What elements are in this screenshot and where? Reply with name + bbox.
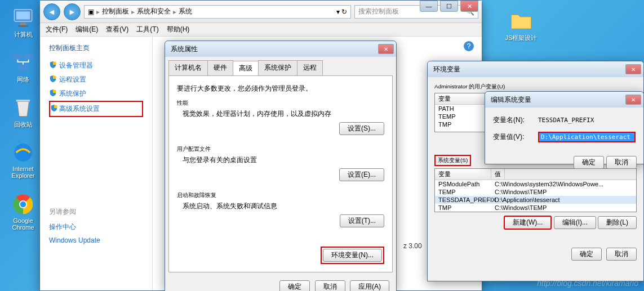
close-button[interactable]: ✕ <box>625 64 641 74</box>
desktop-label: 网络 <box>17 76 29 83</box>
ok-button[interactable]: 确定 <box>574 156 604 169</box>
shield-icon <box>49 89 57 97</box>
watermark: http://blog.csdn.net/kiramario <box>537 279 638 288</box>
ie-icon <box>11 141 35 164</box>
sidebar: 控制面板主页 设备管理器 远程设置 系统保护 高级系统设置 另请参阅 操作中心 … <box>40 37 153 290</box>
startup-settings-button[interactable]: 设置(T)... <box>340 214 384 227</box>
startup-heading: 启动和故障恢复 <box>177 191 384 199</box>
network-icon <box>11 51 35 74</box>
help-icon[interactable]: ? <box>464 41 474 51</box>
startup-desc: 系统启动、系统失败和调试信息 <box>183 202 384 211</box>
desktop-label: Internet Explorer <box>12 165 35 179</box>
svg-rect-1 <box>16 12 30 20</box>
profiles-heading: 用户配置文件 <box>177 145 384 153</box>
tabs: 计算机名 硬件 高级 系统保护 远程 <box>165 57 396 75</box>
desktop-ie[interactable]: Internet Explorer <box>3 141 43 179</box>
recycle-icon <box>11 96 35 119</box>
forward-button[interactable]: ► <box>64 3 81 20</box>
cancel-button[interactable]: 取消 <box>315 280 345 291</box>
tab-computer-name[interactable]: 计算机名 <box>168 60 208 75</box>
search-placeholder: 搜索控制面板 <box>358 7 399 16</box>
intro-text: 要进行大多数更改，您必须作为管理员登录。 <box>177 84 384 93</box>
var-name-field[interactable]: TESSDATA_PREFIX <box>538 117 636 124</box>
breadcrumb[interactable]: 系统 <box>179 7 192 16</box>
maximize-button[interactable]: ☐ <box>440 1 458 12</box>
desktop-folder[interactable]: JS框架设计 <box>501 9 541 42</box>
sidebar-home[interactable]: 控制面板主页 <box>49 43 143 53</box>
desktop-chrome[interactable]: Google Chrome <box>3 192 43 231</box>
menu-file[interactable]: 文件(F) <box>46 25 68 34</box>
breadcrumb[interactable]: 系统和安全 <box>137 7 171 16</box>
user-vars-heading: Administrator 的用户变量(U) <box>434 83 637 91</box>
profiles-desc: 与您登录有关的桌面设置 <box>183 155 384 165</box>
profiles-settings-button[interactable]: 设置(E)... <box>339 168 384 181</box>
menu-help[interactable]: 帮助(H) <box>167 25 190 34</box>
breadcrumb-icon: ▣ <box>88 8 94 16</box>
breadcrumb[interactable]: 控制面板 <box>102 7 129 16</box>
apply-button[interactable]: 应用(A) <box>350 280 389 291</box>
desktop-computer[interactable]: 计算机 <box>3 6 43 39</box>
performance-settings-button[interactable]: 设置(S)... <box>339 122 384 135</box>
cancel-button[interactable]: 取消 <box>606 248 637 261</box>
sidebar-action-center[interactable]: 操作中心 <box>49 220 143 234</box>
svg-rect-5 <box>24 53 33 60</box>
system-vars-heading: 系统变量(S) <box>434 155 471 166</box>
minimize-button[interactable]: — <box>420 1 438 12</box>
close-button[interactable]: ✕ <box>625 95 641 105</box>
env-vars-button[interactable]: 环境变量(N)... <box>323 249 382 262</box>
tab-protection[interactable]: 系统保护 <box>258 60 297 75</box>
menu-tools[interactable]: 工具(T) <box>136 25 158 34</box>
tab-advanced[interactable]: 高级 <box>233 61 259 76</box>
address-bar[interactable]: ▣ ▸ 控制面板 ▸ 系统和安全 ▸ 系统 ▾ ↻ <box>84 5 351 19</box>
col-variable: 变量 <box>435 93 491 104</box>
svg-rect-6 <box>19 65 28 71</box>
table-row: TMPC:\Windows\TEMP <box>435 204 636 212</box>
sidebar-advanced-settings[interactable]: 高级系统设置 <box>49 101 143 117</box>
table-row: PSModulePathC:\Windows\system32\WindowsP… <box>435 180 636 188</box>
see-also: 另请参阅 <box>49 207 143 217</box>
folder-icon <box>509 9 533 33</box>
col-variable: 变量 <box>435 169 491 180</box>
dialog-title: 环境变量 <box>430 65 625 74</box>
dialog-title: 编辑系统变量 <box>487 95 625 105</box>
new-var-button[interactable]: 新建(W)... <box>504 216 552 230</box>
desktop-label: 计算机 <box>14 31 33 38</box>
var-value-field[interactable]: D:\Application\tesseract <box>538 132 636 142</box>
svg-point-13 <box>20 202 26 208</box>
delete-var-button[interactable]: 删除(L) <box>598 216 637 229</box>
system-properties-dialog: 系统属性 ✕ 计算机名 硬件 高级 系统保护 远程 要进行大多数更改，您必须作为… <box>165 41 397 291</box>
table-row: TEMPC:\Windows\TEMP <box>435 188 636 196</box>
var-name-label: 变量名(N): <box>493 115 538 125</box>
dialog-title: 系统属性 <box>167 44 378 54</box>
tab-hardware[interactable]: 硬件 <box>207 60 233 75</box>
sidebar-protection[interactable]: 系统保护 <box>49 87 143 101</box>
back-button[interactable]: ◄ <box>43 3 60 20</box>
svg-rect-3 <box>18 25 28 27</box>
svg-rect-7 <box>16 100 30 102</box>
system-vars-table[interactable]: 变量值 PSModulePathC:\Windows\system32\Wind… <box>434 168 637 212</box>
sidebar-windows-update[interactable]: Windows Update <box>49 234 143 247</box>
desktop-network[interactable]: 网络 <box>3 51 43 84</box>
computer-icon <box>11 6 35 29</box>
chrome-icon <box>11 192 35 216</box>
edit-var-button[interactable]: 编辑(I)... <box>554 216 596 229</box>
close-button[interactable]: ✕ <box>460 1 478 12</box>
var-value-label: 变量值(V): <box>493 132 538 142</box>
performance-heading: 性能 <box>177 99 384 107</box>
cancel-button[interactable]: 取消 <box>606 156 637 169</box>
desktop-label: JS框架设计 <box>505 34 538 41</box>
svg-rect-2 <box>20 23 26 25</box>
menu-edit[interactable]: 编辑(E) <box>75 25 98 34</box>
desktop-label: Google Chrome <box>12 217 34 231</box>
shield-icon <box>49 61 57 69</box>
menu-view[interactable]: 查看(V) <box>106 25 128 34</box>
svg-rect-4 <box>14 53 23 60</box>
desktop-recycle[interactable]: 回收站 <box>3 96 43 129</box>
close-button[interactable]: ✕ <box>378 44 394 54</box>
ok-button[interactable]: 确定 <box>571 248 602 261</box>
sidebar-device-manager[interactable]: 设备管理器 <box>49 59 143 73</box>
edit-var-dialog: 编辑系统变量 ✕ 变量名(N): TESSDATA_PREFIX 变量值(V):… <box>485 91 644 164</box>
tab-remote[interactable]: 远程 <box>297 60 323 75</box>
ok-button[interactable]: 确定 <box>279 280 310 291</box>
sidebar-remote[interactable]: 远程设置 <box>49 73 143 87</box>
